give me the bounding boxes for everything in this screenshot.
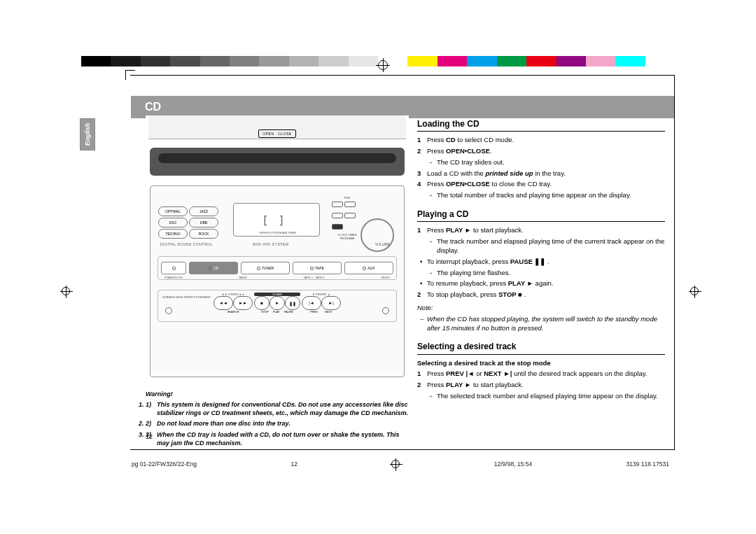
- list-item: 1Press CD to select CD mode.: [417, 136, 665, 145]
- device-illustration: OPEN · CLOSE OPTIMALJAZZDSCDBBTECHNOROCK…: [146, 115, 409, 381]
- loading-heading: Loading the CD: [417, 118, 665, 132]
- cd-slot: [150, 148, 405, 176]
- print-footer: pg 01-22/FW326/22-Eng 12 12/9/98, 15:54 …: [132, 457, 669, 471]
- note-body: When the CD has stopped playing, the sys…: [417, 315, 665, 333]
- side-buttons: RDS CLOCK TIMER PROGRAM: [331, 196, 363, 240]
- note-heading: Note:: [417, 304, 665, 313]
- footer-date: 12/9/98, 15:54: [494, 461, 532, 468]
- source-sublabels: STANDBY-ON BAND TAPE 1 · TAPE 2 VIDEO: [164, 276, 390, 279]
- hifi-label: MINI HIFI SYSTEM: [253, 242, 288, 246]
- list-item: 2Press OPEN•CLOSE.: [417, 147, 665, 156]
- list-item: 2To stop playback, press STOP ■ .: [417, 290, 665, 300]
- warning-list: 1)This system is designed for convention…: [146, 400, 409, 447]
- pause-button: ❚❚: [285, 296, 300, 310]
- registration-mark-icon: [378, 60, 388, 70]
- power-button: [161, 262, 186, 274]
- lcd-display: [ ] SHUFFLE PROGRAM TIMER: [233, 203, 320, 237]
- volume-label: VOLUME: [375, 242, 390, 246]
- list-item: 4Press OPEN•CLOSE to close the CD tray.: [417, 180, 665, 189]
- dsc-buttons: OPTIMALJAZZDSCDBBTECHNOROCK: [158, 206, 225, 239]
- footer-code: 3139 116 17531: [626, 461, 669, 468]
- list-item: 1Press PREV |◄ or NEXT ►| until the desi…: [417, 370, 665, 379]
- instructions-column: Loading the CD 1Press CD to select CD mo…: [417, 118, 665, 403]
- registration-mark-icon: [391, 460, 400, 468]
- tape-button: TAPE: [293, 262, 342, 274]
- tuner-button: TUNER: [241, 262, 290, 274]
- registration-mark-icon: [690, 287, 699, 295]
- selecting-heading: Selecting a desired track: [417, 341, 665, 354]
- transport-row: DUBBING HIGH SPEED F.FORWARD ◄◄ TUNING ►…: [158, 290, 397, 322]
- warning-block: Warning! 1)This system is designed for c…: [146, 390, 409, 449]
- list-item: 2Press PLAY ► to start playback.: [417, 381, 665, 390]
- page-number: 12: [146, 433, 153, 440]
- warning-heading: Warning!: [146, 390, 409, 398]
- footer-page: 12: [291, 461, 298, 468]
- open-close-button: OPEN · CLOSE: [258, 129, 296, 138]
- jack-icon: [165, 307, 172, 314]
- volume-knob: [360, 218, 394, 252]
- sub-heading: Selecting a desired track at the stop mo…: [417, 359, 665, 368]
- cd-source-button: CD: [189, 262, 238, 274]
- list-item: 3Load a CD with the printed side up in t…: [417, 169, 665, 178]
- dsc-label: DIGITAL SOUND CONTROL: [160, 242, 213, 246]
- stop-button: ■: [254, 296, 270, 310]
- language-tab: English: [80, 118, 95, 150]
- list-item: 1Press PLAY ► to start playback.: [417, 226, 665, 235]
- page-frame: CD English OPEN · CLOSE OPTIMALJAZZDSCDB…: [81, 75, 675, 482]
- next-button: ►|: [321, 296, 341, 310]
- headphone-jack-icon: [382, 307, 389, 314]
- playing-heading: Playing a CD: [417, 209, 665, 222]
- footer-file: pg 01-22/FW326/22-Eng: [132, 461, 197, 468]
- rewind-button: ◄◄: [214, 296, 233, 310]
- registration-mark-icon: [62, 287, 70, 295]
- play-button: ►: [270, 296, 285, 310]
- aux-button: AUX: [344, 262, 393, 274]
- prev-button: |◄: [302, 296, 321, 310]
- ffwd-button: ►►: [233, 296, 253, 310]
- page-title: CD: [145, 101, 161, 113]
